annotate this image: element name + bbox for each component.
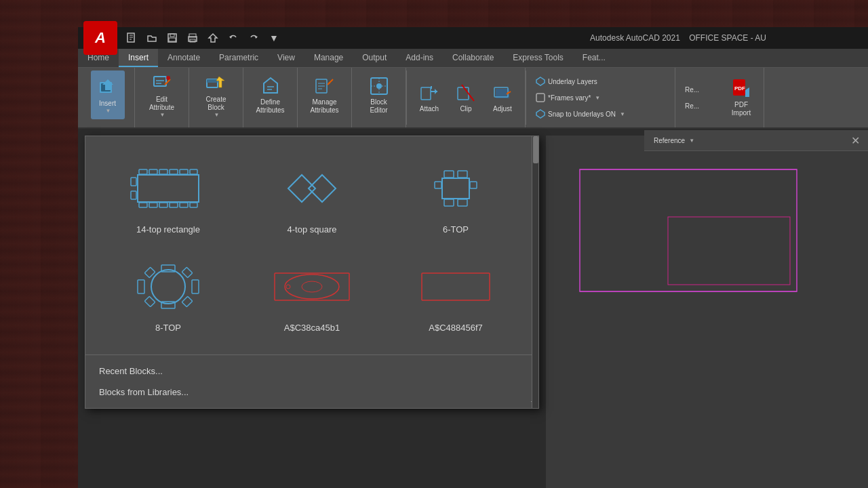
qat-undo[interactable] (224, 29, 242, 47)
svg-text:PDF: PDF (734, 85, 745, 92)
reference-panel-header: Reference ▼ ✕ (644, 130, 868, 151)
qat-publish[interactable] (204, 29, 222, 47)
qat-new[interactable] (123, 29, 140, 47)
scrollbar[interactable] (532, 136, 538, 408)
svg-rect-78 (458, 199, 467, 206)
re-button-2[interactable]: Re... (681, 98, 722, 113)
edit-attribute-label: EditAttribute (149, 96, 174, 112)
qat-redo[interactable] (245, 29, 262, 47)
svg-rect-68 (180, 203, 188, 207)
qat-open[interactable] (143, 29, 161, 47)
svg-rect-61 (170, 169, 178, 174)
svg-point-36 (376, 83, 382, 89)
recent-blocks-link[interactable]: Recent Blocks... (96, 361, 528, 382)
svg-rect-59 (149, 169, 157, 174)
tab-manage[interactable]: Manage (304, 49, 353, 67)
snap-underlays-label: Snap to Underlays ON (548, 110, 616, 118)
ribbon-group-create-block: CreateBlock ▼ (189, 68, 243, 127)
frames-vary-arrow: ▼ (595, 95, 600, 101)
block-dropdown-panel: 14-top rectangle 4-top square (85, 136, 539, 409)
qat-print[interactable] (184, 29, 201, 47)
ribbon-content: Insert ▼ EditAttribute ▼ (78, 68, 868, 129)
block-item-top8[interactable]: 8-TOP (96, 245, 240, 344)
frames-vary-label: *Frames vary* (548, 94, 591, 102)
snap-underlays-button[interactable]: Snap to Underlays ON ▼ (532, 106, 669, 121)
tab-parametric[interactable]: Parametric (210, 49, 268, 67)
tab-collaborate[interactable]: Collaborate (443, 49, 503, 67)
ribbon-group-define-attributes: DefineAttributes (243, 68, 298, 127)
reference-panel-button[interactable]: Reference ▼ (650, 133, 731, 148)
scrollbar-thumb[interactable] (533, 136, 538, 163)
tab-addins[interactable]: Add-ins (396, 49, 443, 67)
svg-point-81 (151, 270, 185, 304)
svg-rect-77 (444, 199, 454, 206)
svg-rect-65 (149, 203, 157, 207)
manage-attributes-icon (314, 75, 336, 97)
edit-attribute-button[interactable]: EditAttribute ▼ (145, 70, 179, 119)
dropdown-footer: Recent Blocks... Blocks from Libraries..… (85, 354, 538, 408)
ribbon-group-reference: Attach Clip (407, 68, 526, 127)
svg-rect-86 (144, 267, 155, 278)
block-item-custom2[interactable]: A$C488456f7 (384, 245, 528, 344)
qat-dropdown[interactable]: ▼ (265, 29, 283, 47)
insert-button[interactable]: Insert ▼ (91, 70, 125, 119)
clip-button[interactable]: Clip (449, 73, 483, 122)
manage-attributes-button[interactable]: ManageAttributes (306, 70, 342, 119)
create-block-button[interactable]: CreateBlock ▼ (199, 70, 233, 119)
svg-rect-87 (182, 267, 193, 278)
tab-feat[interactable]: Feat... (573, 49, 615, 67)
manage-attributes-label: ManageAttributes (310, 98, 338, 115)
blocks-from-libraries-link[interactable]: Blocks from Libraries... (96, 382, 528, 403)
block-item-rectangle14[interactable]: 14-top rectangle (96, 147, 240, 245)
svg-rect-6 (169, 38, 176, 41)
frames-vary-button[interactable]: *Frames vary* ▼ (532, 90, 669, 105)
block-icon-custom1 (268, 256, 356, 317)
block-editor-button[interactable]: BlockEditor (362, 70, 396, 119)
re-label-2: Re... (685, 102, 699, 110)
re-button-1[interactable]: Re... (681, 82, 722, 97)
svg-rect-80 (470, 182, 477, 188)
svg-rect-94 (422, 273, 490, 300)
svg-marker-10 (209, 34, 217, 42)
pdf-import-button[interactable]: PDF PDFImport (724, 73, 758, 122)
define-attributes-button[interactable]: DefineAttributes (252, 70, 288, 119)
attach-button[interactable]: Attach (412, 73, 446, 122)
reference-close-icon[interactable]: ✕ (848, 134, 863, 147)
qat-save[interactable] (163, 29, 181, 47)
svg-rect-60 (159, 169, 167, 174)
tab-view[interactable]: View (268, 49, 304, 67)
adjust-button[interactable]: Adjust (486, 73, 519, 122)
create-block-label: CreateBlock (205, 96, 226, 112)
block-icon-rectangle14 (124, 158, 212, 219)
svg-rect-74 (442, 178, 469, 199)
block-item-top6[interactable]: 6-TOP (384, 147, 528, 245)
svg-marker-47 (536, 77, 545, 85)
svg-marker-72 (288, 175, 315, 202)
canvas-area (546, 136, 868, 488)
svg-rect-53 (580, 169, 797, 291)
block-item-custom1[interactable]: A$C38ca45b1 (240, 245, 384, 344)
block-label-top6: 6-TOP (443, 224, 469, 235)
block-icon-square4 (268, 158, 356, 219)
block-icon-top8 (124, 256, 212, 317)
block-item-square4[interactable]: 4-top square (240, 147, 384, 245)
title-text: Autodesk AutoCAD 2021 OFFICE SPACE - AU (590, 33, 766, 43)
app-title: Autodesk AutoCAD 2021 (590, 33, 680, 43)
tab-output[interactable]: Output (353, 49, 396, 67)
tab-expresstools[interactable]: Express Tools (503, 49, 572, 67)
re-label-1: Re... (685, 86, 699, 94)
snap-underlays-arrow: ▼ (620, 111, 625, 117)
tab-insert[interactable]: Insert (119, 49, 158, 67)
tab-annotate[interactable]: Annotate (158, 49, 210, 67)
pdf-import-label: PDFImport (732, 101, 751, 117)
svg-marker-11 (229, 36, 232, 39)
svg-marker-39 (435, 89, 437, 94)
svg-rect-64 (139, 203, 147, 207)
svg-rect-57 (138, 175, 199, 202)
svg-marker-49 (536, 110, 545, 118)
underlay-layers-button[interactable]: Underlay Layers (532, 74, 669, 89)
svg-marker-12 (255, 36, 258, 39)
block-editor-label: BlockEditor (370, 98, 387, 115)
insert-dropdown-arrow: ▼ (106, 108, 111, 114)
adjust-icon (492, 82, 513, 104)
